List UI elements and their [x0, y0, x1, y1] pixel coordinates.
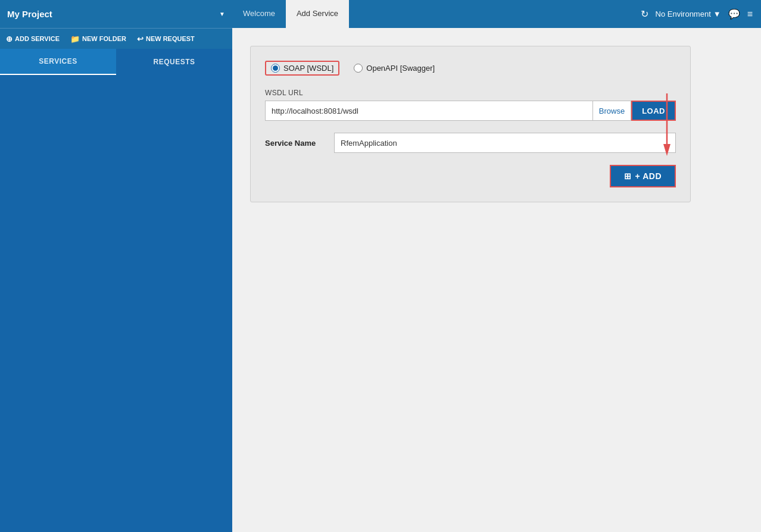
- project-name-text: My Project: [7, 9, 52, 19]
- sub-header: ⊕ ADD SERVICE 📁 NEW FOLDER ↩ NEW REQUEST: [0, 28, 232, 49]
- messages-icon[interactable]: 💬: [728, 8, 740, 20]
- tab-add-service-label: Add Service: [297, 9, 338, 18]
- soap-radio-input[interactable]: [271, 64, 280, 73]
- sidebar: ⊕ ADD SERVICE 📁 NEW FOLDER ↩ NEW REQUEST…: [0, 28, 232, 532]
- new-request-action[interactable]: ↩ NEW REQUEST: [137, 35, 195, 43]
- openapi-radio-label: OpenAPI [Swagger]: [366, 64, 435, 73]
- sidebar-tab-requests[interactable]: REQUESTS: [116, 49, 232, 75]
- tab-add-service[interactable]: Add Service: [286, 0, 349, 28]
- sidebar-tab-services[interactable]: SERVICES: [0, 49, 116, 75]
- add-service-action-label: ADD SERVICE: [15, 35, 60, 42]
- load-label: LOAD: [642, 107, 665, 115]
- wsdl-url-input[interactable]: [265, 101, 593, 121]
- new-request-icon: ↩: [137, 35, 144, 43]
- service-type-radio-group: SOAP [WSDL] OpenAPI [Swagger]: [265, 61, 676, 76]
- tab-welcome[interactable]: Welcome: [232, 0, 286, 28]
- env-dropdown-icon: ▼: [713, 10, 721, 18]
- sidebar-services-label: SERVICES: [39, 57, 77, 65]
- project-dropdown-icon[interactable]: ▼: [219, 11, 225, 17]
- soap-option-box: SOAP [WSDL]: [265, 61, 339, 76]
- add-button[interactable]: ⊞ + ADD: [610, 165, 676, 187]
- project-title: My Project ▼: [0, 0, 232, 28]
- browse-link[interactable]: Browse: [593, 101, 631, 121]
- new-folder-icon: 📁: [70, 35, 80, 43]
- new-folder-action[interactable]: 📁 NEW FOLDER: [70, 35, 126, 43]
- sidebar-requests-label: REQUESTS: [153, 58, 195, 66]
- wsdl-url-label: WSDL URL: [265, 89, 676, 97]
- service-name-row: Service Name: [265, 133, 676, 153]
- content-area: SOAP [WSDL] OpenAPI [Swagger] WSDL URL B…: [232, 28, 761, 532]
- top-right-controls: ↻ No Environment ▼ 💬 ≡: [632, 8, 761, 20]
- browse-label: Browse: [599, 107, 625, 115]
- openapi-radio-input[interactable]: [354, 64, 363, 73]
- new-folder-action-label: NEW FOLDER: [82, 35, 126, 42]
- load-button[interactable]: LOAD: [631, 101, 676, 121]
- add-button-row: ⊞ + ADD: [265, 165, 676, 187]
- add-plus-icon: ⊞: [624, 171, 632, 181]
- add-service-form: SOAP [WSDL] OpenAPI [Swagger] WSDL URL B…: [250, 46, 691, 202]
- tab-welcome-label: Welcome: [243, 9, 275, 18]
- service-name-input[interactable]: [334, 133, 676, 153]
- refresh-icon[interactable]: ↻: [641, 8, 648, 20]
- environment-selector[interactable]: No Environment ▼: [656, 10, 721, 18]
- wsdl-url-field: WSDL URL Browse LOAD: [265, 89, 676, 121]
- soap-radio-option[interactable]: SOAP [WSDL]: [271, 64, 333, 73]
- soap-radio-label: SOAP [WSDL]: [283, 64, 333, 73]
- sidebar-tabs: SERVICES REQUESTS: [0, 49, 232, 75]
- add-label: + ADD: [635, 171, 662, 181]
- url-input-row: Browse LOAD: [265, 101, 676, 121]
- top-tabs-area: Welcome Add Service: [232, 0, 632, 28]
- environment-label: No Environment: [656, 10, 711, 18]
- add-service-action[interactable]: ⊕ ADD SERVICE: [6, 35, 60, 43]
- new-request-action-label: NEW REQUEST: [146, 35, 195, 42]
- service-name-label: Service Name: [265, 139, 325, 148]
- openapi-radio-option[interactable]: OpenAPI [Swagger]: [354, 64, 435, 73]
- add-service-icon: ⊕: [6, 35, 13, 43]
- hamburger-menu-icon[interactable]: ≡: [747, 9, 753, 20]
